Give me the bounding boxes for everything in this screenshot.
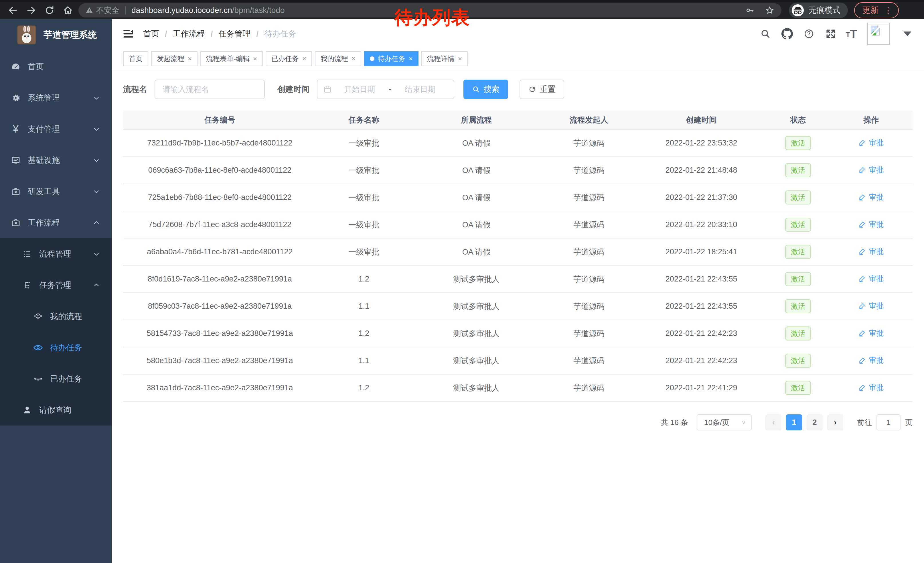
url-separator bbox=[125, 6, 126, 15]
status-badge: 激活 bbox=[785, 218, 811, 232]
cell-created: 2022-01-21 22:41:29 bbox=[636, 374, 766, 401]
cell-initiator: 芋道源码 bbox=[542, 157, 636, 184]
sidebar-item-leave-query[interactable]: 请假查询 bbox=[0, 394, 112, 426]
help-icon[interactable] bbox=[802, 27, 816, 41]
yen-icon: ¥ bbox=[9, 124, 22, 134]
font-size-icon[interactable]: TT bbox=[846, 29, 857, 39]
col-initiator: 流程发起人 bbox=[542, 111, 636, 129]
fullscreen-icon[interactable] bbox=[824, 27, 837, 41]
approve-link[interactable]: 审批 bbox=[858, 383, 884, 393]
col-task-name: 任务名称 bbox=[316, 111, 411, 129]
approve-link[interactable]: 审批 bbox=[858, 328, 884, 338]
cell-process: OA 请假 bbox=[411, 184, 542, 211]
breadcrumb-separator: / bbox=[256, 29, 259, 38]
status-badge: 激活 bbox=[785, 245, 811, 259]
close-icon[interactable]: × bbox=[409, 55, 413, 63]
update-label: 更新 bbox=[862, 5, 879, 16]
edit-pencil-icon bbox=[858, 193, 866, 201]
browser-home-icon[interactable] bbox=[62, 5, 73, 16]
tab-my-process[interactable]: 我的流程× bbox=[315, 51, 361, 66]
breadcrumb-home[interactable]: 首页 bbox=[143, 29, 159, 39]
next-page-button[interactable]: › bbox=[827, 414, 843, 431]
browser-forward-icon[interactable] bbox=[26, 5, 37, 16]
sidebar-item-workflow[interactable]: 工作流程 bbox=[0, 207, 112, 238]
sidebar-item-process-management[interactable]: 流程管理 bbox=[0, 238, 112, 269]
sidebar-item-home[interactable]: 首页 bbox=[0, 51, 112, 82]
date-range-picker[interactable]: 开始日期 - 结束日期 bbox=[317, 80, 454, 99]
approve-link[interactable]: 审批 bbox=[858, 355, 884, 365]
status-badge: 激活 bbox=[785, 136, 811, 150]
cell-initiator: 芋道源码 bbox=[542, 238, 636, 266]
cell-task-id: 75d72608-7b7f-11ec-a3c8-acde48001122 bbox=[123, 211, 316, 238]
breadcrumb-separator: / bbox=[165, 29, 167, 38]
url-bar[interactable]: 不安全 dashboard.yudao.iocoder.cn/bpm/task/… bbox=[78, 3, 782, 18]
sidebar-item-label: 待办任务 bbox=[50, 342, 112, 353]
cell-created: 2022-01-21 22:43:55 bbox=[636, 293, 766, 320]
close-icon[interactable]: × bbox=[458, 55, 462, 63]
tab-process-detail[interactable]: 流程详情× bbox=[422, 51, 468, 66]
table-row: 8f0d1619-7ac8-11ec-a9e2-a2380e71991a 1.2… bbox=[123, 266, 912, 293]
col-status: 状态 bbox=[766, 111, 830, 129]
close-icon[interactable]: × bbox=[302, 55, 306, 63]
edit-pencil-icon bbox=[858, 357, 866, 364]
goto-page-input[interactable] bbox=[876, 414, 900, 431]
password-key-icon[interactable] bbox=[746, 6, 755, 15]
approve-link[interactable]: 审批 bbox=[858, 219, 884, 230]
page-button-1[interactable]: 1 bbox=[786, 414, 802, 431]
browser-reload-icon[interactable] bbox=[44, 5, 55, 16]
sidebar-item-label: 已办任务 bbox=[50, 374, 112, 384]
sidebar-item-infrastructure[interactable]: 基础设施 bbox=[0, 145, 112, 176]
sidebar-item-task-management[interactable]: 任务管理 bbox=[0, 269, 112, 301]
cell-task-id: 73211d9d-7b9b-11ec-b5b7-acde48001122 bbox=[123, 129, 316, 157]
breadcrumb-task-management[interactable]: 任务管理 bbox=[219, 29, 251, 39]
approve-link[interactable]: 审批 bbox=[858, 274, 884, 284]
github-icon[interactable] bbox=[781, 27, 794, 41]
table-row: 75d72608-7b7f-11ec-a3c8-acde48001122 一级审… bbox=[123, 211, 912, 238]
close-icon[interactable]: × bbox=[351, 55, 356, 63]
start-date-placeholder: 开始日期 bbox=[332, 84, 388, 95]
search-button[interactable]: 搜索 bbox=[464, 80, 508, 99]
process-name-input[interactable] bbox=[154, 80, 265, 99]
avatar[interactable] bbox=[867, 23, 890, 45]
sidebar-item-label: 任务管理 bbox=[39, 280, 93, 291]
prev-page-button[interactable]: ‹ bbox=[765, 414, 782, 431]
approve-link[interactable]: 审批 bbox=[858, 192, 884, 202]
approve-link[interactable]: 审批 bbox=[858, 301, 884, 311]
approve-link[interactable]: 审批 bbox=[858, 246, 884, 257]
tab-done-tasks[interactable]: 已办任务× bbox=[266, 51, 312, 66]
cell-task-id: 58154733-7ac8-11ec-a9e2-a2380e71991a bbox=[123, 320, 316, 347]
browser-back-icon[interactable] bbox=[8, 5, 18, 16]
search-icon[interactable] bbox=[759, 27, 772, 41]
approve-link[interactable]: 审批 bbox=[858, 165, 884, 175]
cell-initiator: 芋道源码 bbox=[542, 320, 636, 347]
tab-process-form-edit[interactable]: 流程表单-编辑× bbox=[200, 51, 263, 66]
page-button-2[interactable]: 2 bbox=[807, 414, 823, 431]
avatar-dropdown-caret-icon[interactable] bbox=[903, 32, 911, 36]
cell-initiator: 芋道源码 bbox=[542, 347, 636, 374]
tab-home[interactable]: 首页 bbox=[123, 51, 148, 66]
approve-link[interactable]: 审批 bbox=[858, 138, 884, 148]
sidebar-item-todo-tasks[interactable]: 待办任务 bbox=[0, 332, 112, 363]
sidebar-item-done-tasks[interactable]: 已办任务 bbox=[0, 363, 112, 394]
close-icon[interactable]: × bbox=[253, 55, 257, 63]
bookmark-star-icon[interactable] bbox=[765, 6, 775, 15]
browser-menu-icon[interactable]: ⋮ bbox=[884, 6, 892, 15]
tab-start-process[interactable]: 发起流程× bbox=[151, 51, 198, 66]
cell-task-name: 1.2 bbox=[316, 266, 411, 293]
sidebar-item-dev-tools[interactable]: 研发工具 bbox=[0, 176, 112, 207]
sidebar-collapse-icon[interactable] bbox=[123, 28, 134, 39]
tab-todo-tasks[interactable]: 待办任务× bbox=[364, 51, 418, 66]
reset-button[interactable]: 重置 bbox=[519, 80, 564, 99]
cell-task-name: 一级审批 bbox=[316, 238, 411, 266]
sidebar-item-my-process[interactable]: 我的流程 bbox=[0, 301, 112, 332]
page-size-select[interactable]: 10条/页 ∨ bbox=[697, 414, 752, 431]
close-icon[interactable]: × bbox=[188, 55, 192, 63]
sidebar-item-system[interactable]: 系统管理 bbox=[0, 82, 112, 113]
sidebar-item-payment[interactable]: ¥ 支付管理 bbox=[0, 113, 112, 145]
create-time-label: 创建时间 bbox=[278, 84, 309, 95]
browser-update-button[interactable]: 更新 ⋮ bbox=[854, 2, 899, 18]
edit-pencil-icon bbox=[858, 166, 866, 174]
breadcrumb-workflow[interactable]: 工作流程 bbox=[173, 29, 205, 39]
chevron-down-icon: ∨ bbox=[741, 419, 746, 426]
security-label[interactable]: 不安全 bbox=[96, 5, 119, 15]
